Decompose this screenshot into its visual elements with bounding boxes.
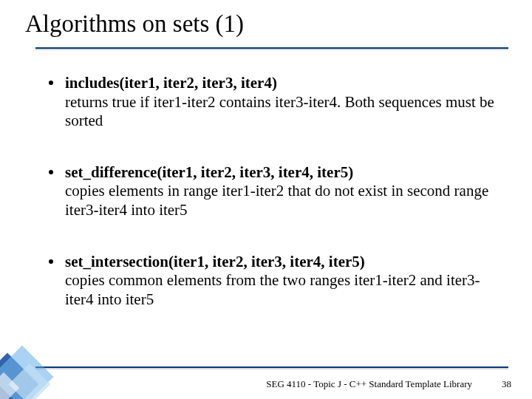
bullet-head: set_intersection(iter1, iter2, iter3, it… [65,253,508,272]
slide-title: Algorithms on sets (1) [25,10,244,38]
bullet-dot-icon [49,259,53,264]
svg-rect-0 [0,353,38,399]
bullet-item: includes(iter1, iter2, iter3, iter4) ret… [65,74,508,131]
svg-rect-2 [9,364,51,399]
page-number: 38 [502,378,511,390]
bullet-head: set_difference(iter1, iter2, iter3, iter… [65,163,508,183]
title-underline [35,47,508,49]
footer-rule [35,366,508,368]
bullet-desc: copies common elements from the two rang… [65,271,508,309]
slide-body: includes(iter1, iter2, iter3, iter4) ret… [65,74,508,309]
svg-rect-3 [0,372,19,399]
bullet-item: set_intersection(iter1, iter2, iter3, it… [65,253,508,310]
svg-rect-1 [0,346,53,399]
bullet-desc: returns true if iter1-iter2 contains ite… [65,93,508,131]
footer-text: SEG 4110 - Topic J - C++ Standard Templa… [266,378,472,390]
bullet-desc: copies elements in range iter1-iter2 tha… [65,182,508,219]
slide: Algorithms on sets (1) includes(iter1, i… [0,0,532,399]
corner-decoration-icon [0,310,89,399]
bullet-dot-icon [49,81,53,85]
bullet-dot-icon [49,170,53,174]
slide-footer: SEG 4110 - Topic J - C++ Standard Templa… [266,378,511,390]
bullet-item: set_difference(iter1, iter2, iter3, iter… [65,163,508,220]
bullet-head: includes(iter1, iter2, iter3, iter4) [65,74,508,93]
